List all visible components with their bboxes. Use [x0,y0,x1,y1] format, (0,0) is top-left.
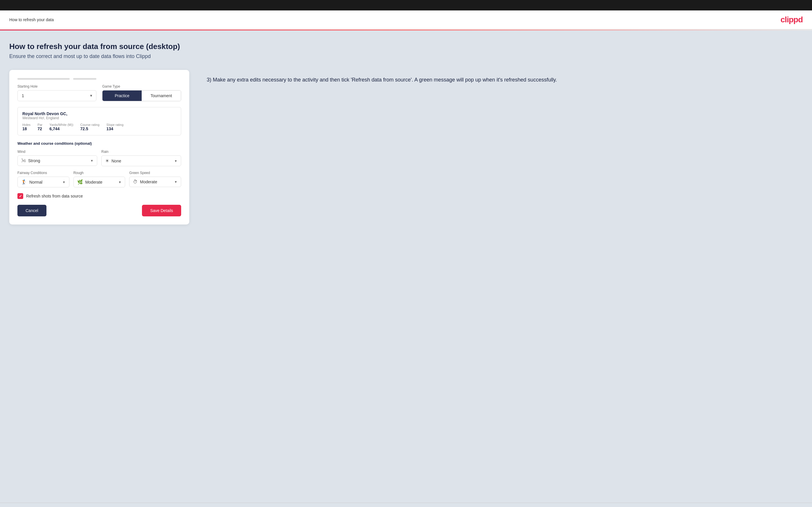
wind-value: Strong [28,158,88,163]
rough-icon: 🌿 [77,179,83,185]
rough-field: Rough 🌿 Moderate ▼ [73,171,125,187]
rough-label: Rough [73,171,125,175]
course-info-box: Royal North Devon GC, Westward Ho!, Engl… [17,107,181,135]
wind-field: Wind 🌬 Strong ▼ [17,150,97,166]
course-stats: Holes 18 Par 72 Yards/White (M)) 6,744 C… [22,123,176,131]
wind-arrow: ▼ [90,159,94,162]
green-speed-icon: ⏱ [133,179,138,184]
save-button[interactable]: Save Details [142,205,181,216]
fairway-icon: 🏌 [21,179,27,185]
rain-icon: ☀ [105,158,109,164]
starting-hole-section: Starting Hole 1 ▼ [17,84,96,101]
rain-label: Rain [101,150,181,154]
form-card: Starting Hole 1 ▼ Game Type Practice Tou… [9,70,189,225]
par-stat: Par 72 [38,123,42,131]
refresh-checkbox-row: ✓ Refresh shots from data source [17,193,181,199]
refresh-label: Refresh shots from data source [26,194,83,199]
course-rating-stat: Course rating 72.5 [81,123,100,131]
starting-hole-select[interactable]: 1 [17,90,96,101]
par-label: Par [38,123,42,126]
game-type-label: Game Type [102,84,181,89]
fairway-arrow: ▼ [62,180,66,184]
slope-rating-value: 134 [107,126,124,131]
green-speed-arrow: ▼ [174,180,177,184]
conditions-section: Weather and course conditions (optional)… [17,141,181,187]
rain-value: None [111,159,172,163]
wind-rain-row: Wind 🌬 Strong ▼ Rain ☀ None ▼ [17,150,181,166]
cancel-button[interactable]: Cancel [17,205,46,216]
refresh-checkbox[interactable]: ✓ [17,193,23,199]
holes-stat: Holes 18 [22,123,31,131]
tab-hint-1 [17,78,70,80]
starting-hole-select-wrapper: 1 ▼ [17,90,96,101]
game-type-toggle: Practice Tournament [102,90,181,101]
fairway-dropdown[interactable]: 🏌 Normal ▼ [17,177,69,187]
slope-rating-stat: Slope rating 134 [107,123,124,131]
top-fields-row: Starting Hole 1 ▼ Game Type Practice Tou… [17,84,181,107]
green-speed-dropdown[interactable]: ⏱ Moderate ▼ [129,177,181,187]
starting-hole-label: Starting Hole [17,84,96,89]
tab-hint-2 [73,78,96,80]
rain-arrow: ▼ [174,159,177,163]
green-speed-field: Green Speed ⏱ Moderate ▼ [129,171,181,187]
tab-hints [17,78,181,80]
instruction-text: 3) Make any extra edits necessary to the… [207,76,803,84]
main-content: How to refresh your data from source (de… [0,31,812,503]
slope-rating-label: Slope rating [107,123,124,126]
practice-button[interactable]: Practice [102,91,142,101]
wind-dropdown[interactable]: 🌬 Strong ▼ [17,156,97,166]
rough-value: Moderate [85,180,116,184]
rain-dropdown[interactable]: ☀ None ▼ [101,156,181,166]
header-title: How to refresh your data [9,17,54,22]
course-rating-value: 72.5 [81,126,100,131]
wind-icon: 🌬 [21,158,26,163]
wind-label: Wind [17,150,97,154]
yards-value: 6,744 [49,126,73,131]
page-title: How to refresh your data from source (de… [9,42,803,51]
rain-field: Rain ☀ None ▼ [101,150,181,166]
top-bar [0,0,812,10]
page-subtitle: Ensure the correct and most up to date d… [9,53,803,59]
course-rating-label: Course rating [81,123,100,126]
rough-dropdown[interactable]: 🌿 Moderate ▼ [73,177,125,187]
green-speed-value: Moderate [140,179,172,184]
fairway-label: Fairway Conditions [17,171,69,175]
yards-label: Yards/White (M)) [49,123,73,126]
par-value: 72 [38,126,42,131]
button-row: Cancel Save Details [17,205,181,216]
game-type-section: Game Type Practice Tournament [102,84,181,101]
yards-stat: Yards/White (M)) 6,744 [49,123,73,131]
green-speed-label: Green Speed [129,171,181,175]
fairway-rough-green-row: Fairway Conditions 🏌 Normal ▼ Rough 🌿 Mo… [17,171,181,187]
holes-value: 18 [22,126,31,131]
checkmark-icon: ✓ [19,194,22,199]
side-instruction: 3) Make any extra edits necessary to the… [207,70,803,84]
content-wrapper: Starting Hole 1 ▼ Game Type Practice Tou… [9,70,803,225]
fairway-field: Fairway Conditions 🏌 Normal ▼ [17,171,69,187]
course-location: Westward Ho!, England [22,116,176,120]
footer: Copyright Clippd 2022 [0,503,812,507]
conditions-title: Weather and course conditions (optional) [17,141,181,146]
tournament-button[interactable]: Tournament [142,91,181,101]
logo: clippd [781,15,803,24]
fairway-value: Normal [29,180,60,184]
header: How to refresh your data clippd [0,10,812,30]
holes-label: Holes [22,123,31,126]
course-name: Royal North Devon GC, [22,111,176,116]
rough-arrow: ▼ [118,180,121,184]
